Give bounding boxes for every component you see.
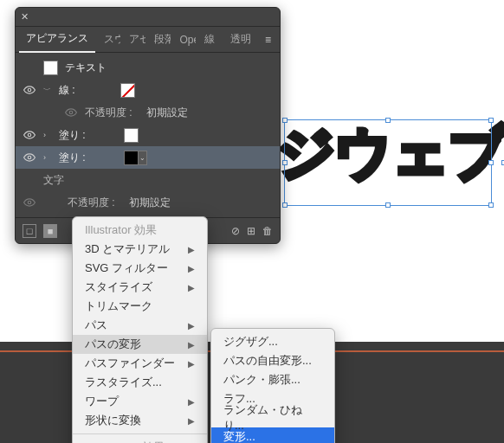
- menu-item[interactable]: パスの変形▶: [73, 335, 207, 354]
- caret-icon[interactable]: ﹀: [43, 85, 52, 96]
- row-label: 塗り :: [59, 151, 86, 165]
- row-value: 初期設定: [146, 106, 188, 120]
- new-fill-button[interactable]: ■: [43, 224, 57, 238]
- new-stroke-button[interactable]: □: [23, 224, 36, 238]
- menu-item[interactable]: パス▶: [73, 316, 207, 335]
- row-label: 塗り :: [59, 128, 86, 143]
- tab-transparency[interactable]: 透明: [223, 27, 258, 52]
- menu-item[interactable]: パスファインダー▶: [73, 354, 207, 373]
- svg-point-1: [69, 111, 73, 114]
- tab-assets[interactable]: アセ: [122, 27, 145, 52]
- effect-menu: Illustrator 効果 3D とマテリアル▶SVG フィルター▶スタイライ…: [72, 216, 208, 443]
- menu-item[interactable]: ラスタライズ...: [73, 373, 207, 392]
- tab-opentype[interactable]: Ope: [172, 29, 196, 51]
- caret-icon[interactable]: ›: [43, 153, 52, 162]
- menu-item[interactable]: 3D とマテリアル▶: [73, 240, 207, 259]
- tab-swatches[interactable]: スウ: [97, 27, 120, 52]
- duplicate-icon[interactable]: ⊞: [247, 225, 255, 237]
- menu-item[interactable]: パンク・膨張...: [211, 370, 334, 389]
- submenu-arrow-icon: ▶: [188, 283, 195, 292]
- menu-item[interactable]: ランダム・ひねり...: [211, 408, 334, 427]
- selection-handle[interactable]: [385, 202, 391, 208]
- row-opacity[interactable]: 不透明度 : 初期設定: [16, 101, 280, 124]
- menu-header: Illustrator 効果: [73, 221, 207, 240]
- visibility-icon[interactable]: [23, 128, 36, 142]
- menu-item[interactable]: パスの自由変形...: [211, 351, 334, 370]
- svg-point-3: [28, 156, 31, 159]
- caret-icon[interactable]: ›: [43, 131, 52, 139]
- selection-handle[interactable]: [488, 160, 494, 165]
- selection-handle[interactable]: [488, 118, 494, 123]
- row-opacity-bottom[interactable]: 不透明度 : 初期設定: [16, 191, 280, 214]
- submenu-arrow-icon: ▶: [188, 359, 195, 369]
- menu-header: Photoshop 効果: [73, 438, 207, 443]
- visibility-icon[interactable]: [23, 151, 36, 164]
- appearance-panel: ✕ アピアランス スウ アセ 段落 Ope 線 透明 ≡ テキスト ﹀ 線 : …: [15, 7, 281, 244]
- svg-point-2: [28, 133, 31, 137]
- appearance-rows: テキスト ﹀ 線 : 不透明度 : 初期設定 › 塗り : › 塗り :: [16, 53, 280, 217]
- row-fill[interactable]: › 塗り :: [16, 124, 280, 146]
- svg-point-0: [28, 88, 31, 92]
- row-label: 線 :: [59, 83, 75, 98]
- visibility-icon[interactable]: [64, 106, 78, 119]
- row-fill-selected[interactable]: › 塗り : ⌄: [16, 146, 280, 169]
- selection-box[interactable]: [284, 119, 492, 206]
- submenu-arrow-icon: ▶: [188, 397, 195, 407]
- submenu-arrow-icon: ▶: [188, 264, 195, 273]
- selection-handle[interactable]: [488, 202, 494, 208]
- tab-paragraph[interactable]: 段落: [147, 27, 171, 52]
- selection-handle[interactable]: [282, 202, 288, 208]
- panel-header: ✕: [16, 8, 280, 27]
- fx-icon[interactable]: ⊘: [231, 225, 240, 237]
- swatch-dropdown-icon[interactable]: ⌄: [139, 151, 147, 165]
- submenu-path-distort: ジグザグ...パスの自由変形...パンク・膨張...ラフ...ランダム・ひねり.…: [210, 328, 335, 443]
- menu-item[interactable]: ワープ▶: [73, 392, 207, 411]
- row-label: 不透明度 :: [68, 196, 115, 210]
- text-swatch: [43, 61, 58, 75]
- menu-item[interactable]: トリムマーク: [73, 297, 207, 316]
- row-value: 初期設定: [129, 196, 171, 210]
- svg-point-4: [28, 201, 31, 204]
- submenu-arrow-icon: ▶: [188, 416, 195, 426]
- submenu-arrow-icon: ▶: [188, 245, 195, 254]
- tab-appearance[interactable]: アピアランス: [19, 26, 95, 53]
- row-label: 文字: [43, 173, 64, 188]
- row-char[interactable]: 文字: [16, 169, 280, 191]
- submenu-arrow-icon: ▶: [188, 321, 195, 331]
- selection-handle[interactable]: [385, 118, 391, 123]
- close-icon[interactable]: ✕: [21, 11, 29, 22]
- panel-tabs: アピアランス スウ アセ 段落 Ope 線 透明 ≡: [16, 27, 280, 53]
- fill-swatch[interactable]: [124, 151, 139, 165]
- trash-icon[interactable]: 🗑: [262, 225, 273, 237]
- menu-separator: [73, 433, 207, 434]
- selection-handle[interactable]: [282, 160, 288, 165]
- visibility-icon[interactable]: [23, 83, 36, 97]
- fill-swatch[interactable]: [124, 128, 139, 143]
- stroke-swatch[interactable]: [120, 83, 135, 98]
- menu-item[interactable]: ジグザグ...: [211, 332, 334, 351]
- row-label: テキスト: [65, 61, 107, 75]
- selection-handle[interactable]: [282, 118, 288, 123]
- tab-stroke[interactable]: 線: [197, 27, 222, 52]
- visibility-icon[interactable]: [23, 196, 36, 209]
- row-stroke[interactable]: ﹀ 線 :: [16, 79, 280, 101]
- menu-item[interactable]: 形状に変換▶: [73, 411, 207, 430]
- menu-item[interactable]: SVG フィルター▶: [73, 259, 207, 278]
- row-label: 不透明度 :: [85, 106, 132, 120]
- submenu-arrow-icon: ▶: [188, 340, 195, 350]
- panel-menu-icon[interactable]: ≡: [260, 30, 276, 49]
- row-text[interactable]: テキスト: [16, 56, 280, 79]
- menu-item[interactable]: スタイライズ▶: [73, 278, 207, 297]
